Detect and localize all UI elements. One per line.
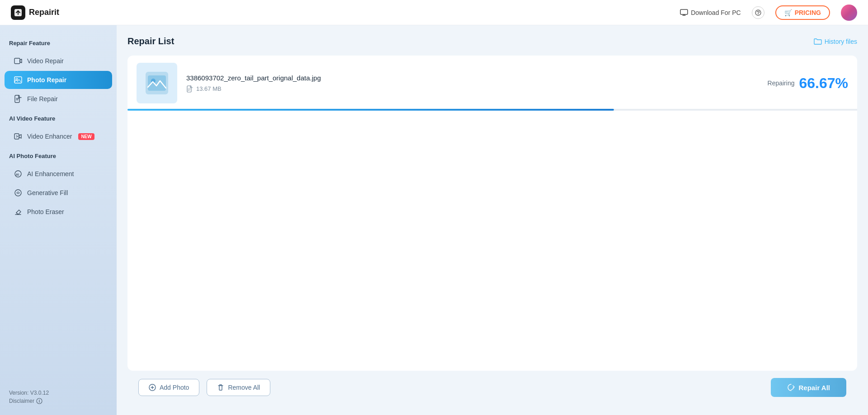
logo-icon <box>11 5 25 20</box>
video-enhancer-label: Video Enhancer <box>27 133 72 140</box>
logo-text: Repairit <box>29 8 59 17</box>
add-icon <box>149 384 156 391</box>
generative-fill-icon <box>14 188 23 197</box>
sidebar-item-video-repair[interactable]: Video Repair <box>5 52 112 70</box>
sidebar-item-photo-repair[interactable]: Photo Repair <box>5 71 112 89</box>
content-area: Repair List History files <box>117 25 868 415</box>
item-size-row: 13.67 MB <box>186 85 768 93</box>
pricing-cart-icon: 🛒 <box>784 9 792 16</box>
photo-eraser-label: Photo Eraser <box>27 208 64 215</box>
svg-rect-5 <box>14 77 22 83</box>
logo: Repairit <box>11 5 59 20</box>
add-photo-label: Add Photo <box>160 384 189 391</box>
history-files-label: History files <box>825 38 857 45</box>
svg-point-3 <box>758 14 759 15</box>
ai-enhancement-icon: AI <box>14 169 23 178</box>
disclaimer-link[interactable]: Disclaimer <box>9 398 108 404</box>
user-avatar[interactable] <box>841 5 857 21</box>
sidebar-item-video-enhancer[interactable]: Video Enhancer NEW <box>5 127 112 145</box>
svg-rect-4 <box>14 58 20 64</box>
video-repair-icon <box>14 56 23 65</box>
repair-icon <box>787 383 795 392</box>
item-thumbnail <box>137 63 177 103</box>
header: Repairit Download For PC 🛒 PRICING <box>0 0 868 25</box>
sidebar: Repair Feature Video Repair <box>0 25 117 415</box>
main-layout: Repair Feature Video Repair <box>0 25 868 415</box>
photo-repair-icon <box>14 75 23 84</box>
item-size: 13.67 MB <box>196 85 222 92</box>
photo-repair-label: Photo Repair <box>27 76 66 84</box>
remove-all-label: Remove All <box>228 384 260 391</box>
repairing-label: Repairing <box>768 79 795 87</box>
svg-rect-14 <box>148 75 166 91</box>
headset-icon <box>755 9 762 16</box>
download-pc-button[interactable]: Download For PC <box>680 9 741 16</box>
progress-bar-container <box>127 109 857 111</box>
svg-text:AI: AI <box>16 173 19 176</box>
repair-list: 3386093702_zero_tail_part_orignal_data.j… <box>127 56 857 371</box>
pricing-button[interactable]: 🛒 PRICING <box>775 5 830 20</box>
svg-rect-1 <box>680 9 688 14</box>
content-header: Repair List History files <box>127 36 857 47</box>
item-info: 3386093702_zero_tail_part_orignal_data.j… <box>186 74 768 93</box>
video-repair-label: Video Repair <box>27 57 64 65</box>
sidebar-item-photo-eraser[interactable]: Photo Eraser <box>5 203 112 221</box>
help-button[interactable] <box>752 6 764 19</box>
progress-percent: 66.67% <box>799 75 848 92</box>
ai-video-feature-label: AI Video Feature <box>0 115 117 126</box>
folder-icon <box>814 38 822 45</box>
remove-all-button[interactable]: Remove All <box>207 379 270 396</box>
disclaimer-label: Disclaimer <box>9 398 34 404</box>
repair-all-label: Repair All <box>799 384 830 392</box>
sidebar-item-generative-fill[interactable]: Generative Fill <box>5 184 112 202</box>
repair-feature-label: Repair Feature <box>0 40 117 51</box>
info-icon <box>36 398 42 404</box>
sidebar-bottom: Version: V3.0.12 Disclaimer <box>0 390 117 404</box>
header-right: Download For PC 🛒 PRICING <box>680 5 857 21</box>
svg-rect-8 <box>14 134 19 139</box>
file-repair-label: File Repair <box>27 95 58 103</box>
item-status: Repairing 66.67% <box>768 75 848 92</box>
sidebar-item-ai-enhancement[interactable]: AI AI Enhancement <box>5 165 112 183</box>
item-filename: 3386093702_zero_tail_part_orignal_data.j… <box>186 74 768 82</box>
monitor-icon <box>680 9 688 16</box>
svg-point-6 <box>16 78 18 80</box>
bottom-left-actions: Add Photo Remove All <box>138 379 270 396</box>
sidebar-top: Repair Feature Video Repair <box>0 36 117 390</box>
page-title: Repair List <box>127 36 174 47</box>
trash-icon <box>217 384 224 391</box>
table-row: 3386093702_zero_tail_part_orignal_data.j… <box>127 56 857 111</box>
video-enhancer-icon <box>14 132 23 141</box>
version-text: Version: V3.0.12 <box>9 390 108 396</box>
photo-icon <box>146 72 168 94</box>
progress-bar-fill <box>127 109 614 111</box>
ai-photo-feature-label: AI Photo Feature <box>0 153 117 164</box>
photo-eraser-icon <box>14 207 23 216</box>
history-files-button[interactable]: History files <box>814 38 857 45</box>
ai-enhancement-label: AI Enhancement <box>27 170 74 177</box>
new-badge: NEW <box>78 133 94 140</box>
download-pc-label: Download For PC <box>691 9 741 16</box>
bottom-bar: Add Photo Remove All Repair All <box>127 371 857 404</box>
sidebar-item-file-repair[interactable]: File Repair <box>5 90 112 108</box>
add-photo-button[interactable]: Add Photo <box>138 379 199 396</box>
file-size-icon <box>186 85 193 93</box>
repair-all-button[interactable]: Repair All <box>771 378 846 397</box>
svg-point-11 <box>15 190 21 196</box>
pricing-label: PRICING <box>795 9 821 16</box>
file-repair-icon <box>14 94 23 103</box>
generative-fill-label: Generative Fill <box>27 189 68 196</box>
